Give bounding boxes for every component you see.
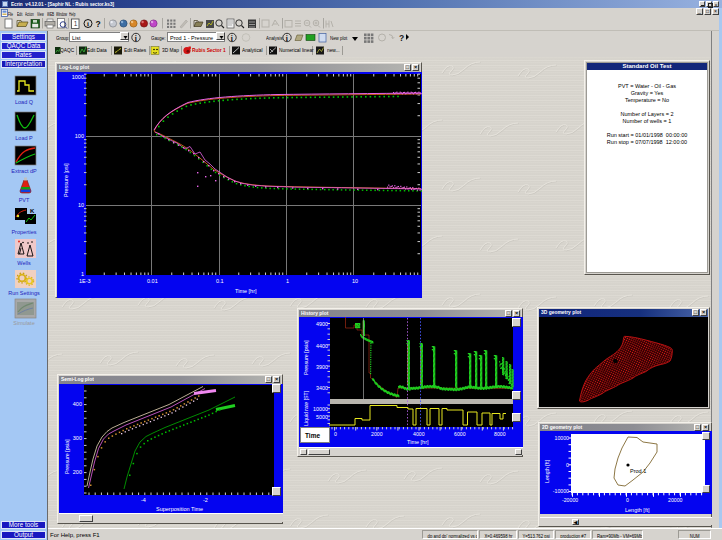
svg-text:K: K bbox=[30, 208, 35, 214]
svg-text:i: i bbox=[286, 34, 288, 43]
svg-text:Prod 1: Prod 1 bbox=[630, 468, 646, 474]
svg-text:i: i bbox=[231, 34, 233, 43]
svg-text:i: i bbox=[135, 34, 137, 43]
svg-text:i: i bbox=[87, 20, 89, 28]
svg-text:?: ? bbox=[96, 19, 101, 29]
svg-text:1: 1 bbox=[74, 20, 78, 27]
svg-text:?: ? bbox=[399, 33, 404, 43]
